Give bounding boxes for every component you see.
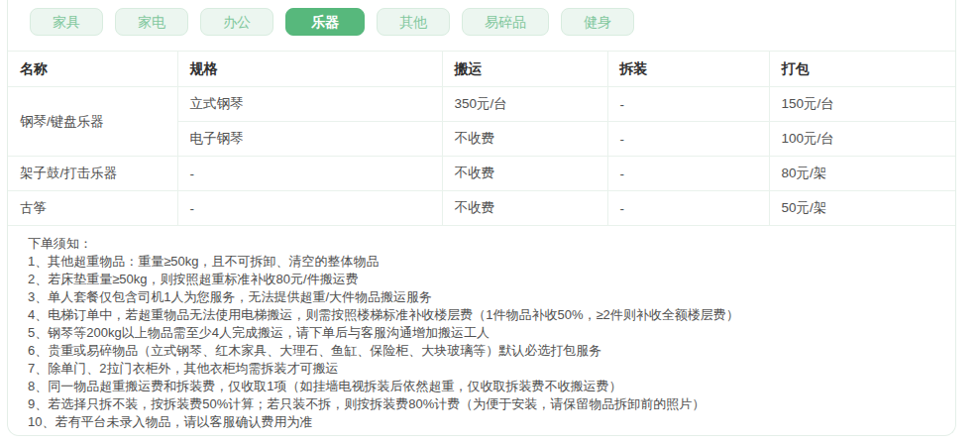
tab-furniture[interactable]: 家具 bbox=[30, 8, 103, 36]
tab-fragile[interactable]: 易碎品 bbox=[462, 8, 549, 36]
tab-appliance[interactable]: 家电 bbox=[115, 8, 188, 36]
note-item: 9、若选择只拆不装，按拆装费50%计算；若只装不拆，则按拆装费80%计费（为便于… bbox=[28, 395, 935, 413]
table-cell: 不收费 bbox=[442, 191, 607, 226]
column-header: 名称 bbox=[8, 52, 177, 87]
table-row: 架子鼓/打击乐器-不收费-80元/架 bbox=[8, 157, 956, 191]
note-item: 10、若有平台未录入物品，请以客服确认费用为准 bbox=[28, 413, 935, 431]
tab-fitness[interactable]: 健身 bbox=[561, 8, 634, 36]
table-cell: 古筝 bbox=[8, 191, 177, 226]
table-header-row: 名称规格搬运拆装打包 bbox=[8, 52, 956, 87]
table-body: 钢琴/键盘乐器立式钢琴350元/台-150元/台电子钢琴不收费-100元/台架子… bbox=[8, 87, 956, 226]
note-item: 7、除单门、2拉门衣柜外，其他衣柜均需拆装才可搬运 bbox=[28, 360, 935, 378]
column-header: 拆装 bbox=[607, 52, 769, 87]
notes-section: 下单须知： 1、其他超重物品：重量≥50kg，且不可拆卸、清空的整体物品2、若床… bbox=[8, 226, 955, 431]
tab-instrument[interactable]: 乐器 bbox=[285, 8, 365, 36]
tab-other[interactable]: 其他 bbox=[377, 8, 450, 36]
note-item: 3、单人套餐仅包含司机1人为您服务，无法提供超重/大件物品搬运服务 bbox=[28, 288, 935, 306]
notes-list: 1、其他超重物品：重量≥50kg，且不可拆卸、清空的整体物品2、若床垫重量≥50… bbox=[28, 253, 935, 431]
note-item: 4、电梯订单中，若超重物品无法使用电梯搬运，则需按照楼梯标准补收楼层费（1件物品… bbox=[28, 306, 935, 324]
note-item: 5、钢琴等200kg以上物品需至少4人完成搬运，请下单后与客服沟通增加搬运工人 bbox=[28, 324, 935, 342]
table-cell: - bbox=[607, 157, 769, 191]
table-cell: - bbox=[607, 191, 769, 226]
table-row: 钢琴/键盘乐器立式钢琴350元/台-150元/台 bbox=[8, 87, 956, 122]
table-row: 古筝-不收费-50元/架 bbox=[8, 191, 956, 226]
note-item: 2、若床垫重量≥50kg，则按照超重标准补收80元/件搬运费 bbox=[28, 271, 935, 288]
table-cell: 80元/架 bbox=[769, 157, 956, 191]
note-item: 1、其他超重物品：重量≥50kg，且不可拆卸、清空的整体物品 bbox=[28, 253, 935, 271]
table-cell: 50元/架 bbox=[769, 191, 956, 226]
table-cell: - bbox=[177, 191, 442, 226]
column-header: 打包 bbox=[769, 52, 956, 87]
pricing-card: 家具家电办公乐器其他易碎品健身 名称规格搬运拆装打包 钢琴/键盘乐器立式钢琴35… bbox=[7, 0, 956, 436]
tab-office[interactable]: 办公 bbox=[200, 8, 273, 36]
column-header: 搬运 bbox=[442, 52, 607, 87]
table-cell: 电子钢琴 bbox=[177, 122, 442, 157]
table-cell: - bbox=[607, 122, 769, 157]
column-header: 规格 bbox=[177, 52, 442, 87]
table-cell: - bbox=[177, 157, 442, 191]
pricing-table: 名称规格搬运拆装打包 钢琴/键盘乐器立式钢琴350元/台-150元/台电子钢琴不… bbox=[8, 51, 956, 226]
table-cell: - bbox=[607, 87, 769, 122]
table-cell: 立式钢琴 bbox=[177, 87, 442, 122]
table-cell: 架子鼓/打击乐器 bbox=[8, 157, 177, 191]
table-cell: 100元/台 bbox=[769, 122, 956, 157]
table-cell: 不收费 bbox=[442, 122, 607, 157]
table-cell: 钢琴/键盘乐器 bbox=[8, 87, 177, 157]
note-item: 6、贵重或易碎物品（立式钢琴、红木家具、大理石、鱼缸、保险柜、大块玻璃等）默认必… bbox=[28, 342, 935, 360]
table-cell: 不收费 bbox=[442, 157, 607, 191]
category-tabs: 家具家电办公乐器其他易碎品健身 bbox=[8, 0, 955, 36]
table-cell: 350元/台 bbox=[442, 87, 607, 122]
table-cell: 150元/台 bbox=[769, 87, 956, 122]
notes-title: 下单须知： bbox=[28, 235, 935, 253]
note-item: 8、同一物品超重搬运费和拆装费，仅收取1项（如挂墙电视拆装后依然超重，仅收取拆装… bbox=[28, 378, 935, 395]
